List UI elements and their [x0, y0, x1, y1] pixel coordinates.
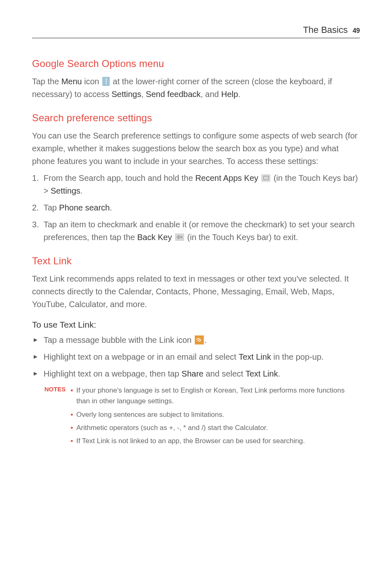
note-item: If Text Link is not linked to an app, th… [71, 436, 360, 446]
page-header: The Basics 49 [32, 25, 360, 38]
note-item: If your phone's language is set to Engli… [71, 385, 360, 407]
section3-paragraph: Text Link recommends apps related to tex… [32, 273, 360, 311]
usage-item-3: Highlight text on a webpage, then tap Sh… [32, 368, 360, 380]
usage-item-2: Highlight text on a webpage or in an ema… [32, 351, 360, 363]
text-link-usage-list: Tap a message bubble with the Link icon … [32, 334, 360, 380]
header-title: The Basics [303, 25, 348, 35]
note-item: Arithmetic operators (such as +, -, * an… [71, 423, 360, 433]
link-icon [195, 335, 204, 344]
notes-list: If your phone's language is set to Engli… [71, 385, 360, 449]
step-3: Tap an item to checkmark and enable it (… [32, 218, 360, 244]
search-preference-steps: From the Search app, touch and hold the … [32, 172, 360, 244]
usage-item-1: Tap a message bubble with the Link icon … [32, 334, 360, 347]
notes-block: NOTES If your phone's language is set to… [32, 385, 360, 449]
section-heading-google-search: Google Search Options menu [32, 58, 360, 69]
subheading-use-text-link: To use Text Link: [32, 320, 360, 330]
header-page-number: 49 [353, 27, 360, 35]
step-2: Tap Phone search. [32, 201, 360, 214]
recent-apps-key-icon [261, 174, 270, 182]
section-heading-text-link: Text Link [32, 255, 360, 267]
section1-paragraph: Tap the Menu icon at the lower-right cor… [32, 75, 360, 101]
note-item: Overly long sentences are subject to lim… [71, 409, 360, 420]
step-1: From the Search app, touch and hold the … [32, 172, 360, 197]
section2-paragraph: You can use the Search preference settin… [32, 129, 360, 168]
back-key-icon [175, 233, 184, 241]
section-heading-search-preference: Search preference settings [32, 112, 360, 124]
notes-label: NOTES [44, 385, 71, 449]
menu-icon [102, 77, 110, 86]
